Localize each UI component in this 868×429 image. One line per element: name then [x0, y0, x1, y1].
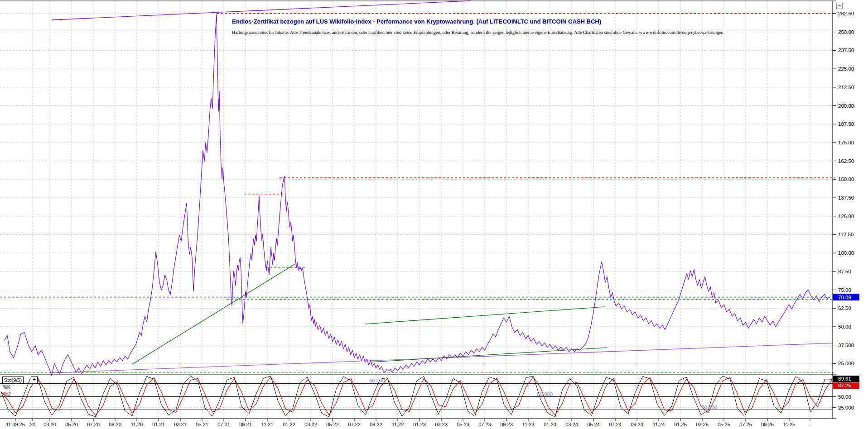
stochastic-k-legend: %K — [3, 384, 10, 390]
chart-disclaimer: Haftungsausschluss für Inhalte: Alle Tre… — [232, 30, 723, 35]
y-axis-label: 75.00 — [838, 287, 851, 293]
stochastic-level-caption: 80.000 — [369, 378, 385, 383]
chart-title: Endlos-Zertifikat bezogen auf LUS Wikifo… — [232, 18, 601, 25]
x-axis-label: 11.23 — [522, 422, 535, 427]
x-axis-label: 05.22 — [326, 422, 339, 427]
x-axis-label: 11.20 — [131, 422, 143, 427]
x-axis-label: 05.25 — [718, 422, 730, 427]
y-axis-label: 37.500 — [838, 343, 854, 348]
x-axis-label: 07.23 — [478, 422, 491, 427]
y-axis-label: 175.00 — [838, 140, 854, 145]
price-series — [4, 14, 830, 376]
x-axis-label: 01.21 — [152, 422, 165, 427]
y-axis-label: 112.50 — [838, 232, 854, 237]
x-axis-label: 11.21 — [261, 422, 274, 427]
x-axis-label: 03.23 — [435, 422, 448, 427]
panel-borders — [0, 1, 836, 419]
x-axis-label: 07.20 — [87, 422, 100, 427]
chart-window: 262.50250.00237.50225.00212.50200.00187.… — [0, 0, 868, 429]
x-axis-label: 11.24 — [653, 422, 665, 427]
stochastic-level-caption: 20.000 — [701, 405, 717, 410]
stochastic-level-caption: 50.000 — [537, 391, 553, 397]
collapse-icon[interactable]: − — [836, 3, 843, 9]
x-axis-label: 11.25 — [783, 422, 796, 427]
add-indicator-icon[interactable]: + — [31, 377, 38, 383]
grid-lines — [0, 1, 836, 419]
x-axis-label: 09.24 — [631, 422, 643, 427]
current-price-tag-label: 70.09 — [838, 295, 851, 300]
y-axis-label: 25.000 — [838, 361, 854, 366]
x-axis-label: 05.21 — [196, 422, 208, 427]
x-axis-label: 03.21 — [174, 422, 187, 427]
y-axis-label: 250.00 — [838, 29, 854, 35]
x-axis-label: 01.23 — [413, 422, 426, 427]
x-axis-label: 01.25 — [674, 422, 687, 427]
x-axis-label: 20 — [30, 422, 35, 427]
stochastic-indicator-label[interactable]: Sto(9/5) — [2, 377, 24, 384]
price-line — [4, 14, 830, 376]
y-axis-label: 125.00 — [838, 214, 854, 219]
x-axis-label: 03.20 — [43, 422, 56, 427]
y-axis-label: 50.00 — [838, 324, 851, 329]
stochastic-d-legend: %D — [3, 391, 11, 396]
uptrend-2020-2021 — [132, 264, 295, 364]
upper-wedge-line — [52, 1, 471, 20]
chart-plot-area[interactable]: 262.50250.00237.50225.00212.50200.00187.… — [0, 0, 868, 429]
x-axis-label: 07.25 — [739, 422, 752, 427]
y-axis-label: 62.50 — [838, 305, 851, 311]
y-axis-label: 225.00 — [838, 66, 854, 72]
y-axis-label: 200.00 — [838, 103, 854, 109]
x-axis-label: 09.22 — [370, 422, 382, 427]
d-value-tag-label: 87.25 — [838, 383, 851, 388]
x-axis-label: 05.23 — [457, 422, 469, 427]
y-axis-label: 187.50 — [838, 121, 854, 127]
y-axis-label: 162.50 — [838, 158, 854, 164]
y-axis-label: 87.50 — [838, 269, 851, 274]
x-axis-label: 03.25 — [696, 422, 709, 427]
sub-y-axis-label: 50.00 — [838, 394, 851, 400]
x-axis-label: 03.22 — [304, 422, 317, 427]
y-axis-label: 237.50 — [838, 48, 854, 53]
x-axis-label: 09.20 — [109, 422, 121, 427]
k-value-tag-label: 89.61 — [838, 376, 851, 381]
x-axis-label: 05.20 — [65, 422, 78, 427]
x-axis-label: 07.21 — [217, 422, 230, 427]
sub-y-axis-label: 25.000 — [838, 405, 854, 410]
x-axis-label: 11.09.25 — [6, 422, 25, 427]
x-axis-label: 01.24 — [544, 422, 556, 427]
x-axis-label: 11.22 — [392, 422, 404, 427]
y-axis-label: 100.00 — [838, 250, 854, 256]
x-axis-label: 09.23 — [500, 422, 513, 427]
x-axis-label: - — [809, 422, 811, 427]
x-axis: 11.09.252003.2005.2007.2009.2011.2001.21… — [6, 419, 811, 427]
y-axis-label: 212.50 — [838, 85, 854, 90]
x-axis-label: 05.24 — [587, 422, 600, 427]
y-axis-right: 262.50250.00237.50225.00212.50200.00187.… — [369, 11, 854, 410]
x-axis-label: 01.22 — [283, 422, 295, 427]
x-axis-label: 09.21 — [239, 422, 252, 427]
horizontal-level-lines — [0, 14, 835, 372]
x-axis-label: 03.24 — [565, 422, 578, 427]
x-axis-label: 09.25 — [761, 422, 774, 427]
x-axis-label: 07.22 — [348, 422, 361, 427]
y-axis-label: 150.00 — [838, 176, 854, 182]
y-axis-label: 262.50 — [838, 11, 854, 16]
x-axis-label: 07.24 — [609, 422, 622, 427]
y-axis-label: 137.50 — [838, 195, 854, 200]
trend-lines — [50, 1, 833, 373]
